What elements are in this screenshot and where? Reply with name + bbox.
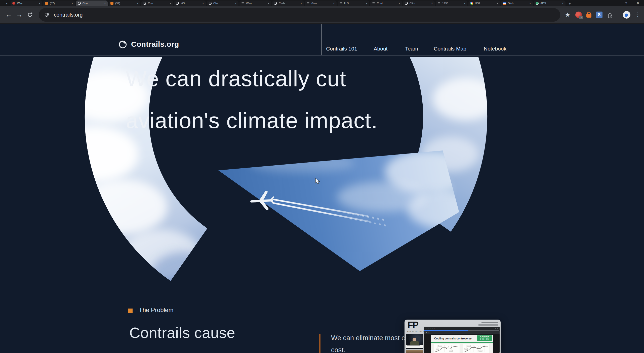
toolbar-separator: [618, 11, 618, 18]
speaker-caption-bar: [406, 345, 423, 348]
nav-about[interactable]: About: [374, 46, 388, 52]
slide-line-chart: [463, 344, 489, 353]
browser-tab[interactable]: ADS×: [534, 1, 566, 6]
window-controls: — □ ×: [608, 0, 644, 6]
browser-tab[interactable]: Con×: [141, 1, 173, 6]
s-extension-icon[interactable]: S: [596, 12, 602, 18]
tab-favicon-dark-circle-icon: [405, 2, 408, 5]
tab-favicon-dark-circle-icon: [274, 2, 277, 5]
site-logo[interactable]: Contrails.org: [118, 39, 179, 49]
close-tab-icon[interactable]: ×: [333, 2, 335, 5]
greener-logo-line2: DESIGN: [477, 338, 492, 340]
browser-tab[interactable]: (37)×: [109, 1, 140, 6]
browser-menu-icon[interactable]: ⋮: [635, 12, 640, 18]
toolbar-dot: [430, 328, 430, 329]
profile-avatar[interactable]: [623, 11, 630, 19]
toolbar-dot: [428, 328, 428, 329]
browser-tab[interactable]: #Cir×: [174, 1, 206, 6]
contrails-webpage: Contrails.org Contrails 101 About Team C…: [0, 24, 644, 353]
body-accent-bar: [319, 334, 320, 353]
site-info-icon[interactable]: [45, 12, 50, 17]
reload-button[interactable]: [25, 10, 35, 20]
tab-title: #Cir: [181, 2, 186, 5]
browser-window: ▾ Winc× (37)× Cont× (37)× Con× #Cir× Che…: [0, 0, 644, 353]
tab-favicon-dash-icon: [372, 2, 375, 5]
browser-tab[interactable]: (37)×: [43, 1, 75, 6]
pip-attribution-text: [481, 322, 498, 323]
close-tab-icon[interactable]: ×: [169, 2, 171, 5]
tab-title: Cont: [377, 2, 383, 5]
close-tab-icon[interactable]: ×: [71, 2, 73, 5]
tab-title: Cont: [83, 2, 88, 5]
new-tab-button[interactable]: +: [567, 1, 573, 6]
close-tab-icon[interactable]: ×: [529, 2, 531, 5]
extensions-puzzle-icon[interactable]: [607, 12, 614, 18]
close-tab-icon[interactable]: ×: [104, 2, 106, 5]
browser-tab[interactable]: Carb×: [272, 1, 304, 6]
close-tab-icon[interactable]: ×: [38, 2, 41, 5]
address-bar[interactable]: contrails.org: [39, 8, 560, 22]
tab-favicon-green-circle-icon: [536, 2, 539, 5]
tab-search-chevron-icon[interactable]: ▾: [3, 1, 11, 6]
nav-contrails-map[interactable]: Contrails Map: [434, 46, 466, 52]
password-lock-icon[interactable]: [586, 14, 591, 18]
close-tab-icon[interactable]: ×: [137, 2, 139, 5]
section-label: The Problem: [139, 307, 173, 314]
section-bullet-square: [128, 309, 133, 313]
site-logo-text: Contrails.org: [131, 40, 179, 48]
toolbar-dot: [426, 328, 426, 329]
close-tab-icon[interactable]: ×: [496, 2, 498, 5]
tab-title: (37): [115, 2, 120, 5]
forward-button[interactable]: →: [14, 10, 25, 20]
tab-favicon-dash-icon: [339, 2, 342, 5]
close-tab-icon[interactable]: ×: [267, 2, 269, 5]
browser-tab[interactable]: U.S.×: [338, 1, 369, 6]
tab-favicon-orange-badge-icon: [45, 2, 48, 5]
browser-tab[interactable]: 1955×: [436, 1, 467, 6]
close-tab-icon[interactable]: ×: [300, 2, 302, 5]
close-tab-icon[interactable]: ×: [431, 2, 433, 5]
nav-notebook[interactable]: Notebook: [484, 46, 506, 52]
toolbar-dot: [432, 328, 432, 329]
nav-contrails-101[interactable]: Contrails 101: [326, 46, 357, 52]
browser-toolbar: ← → contrails.org ★ 1 S: [0, 6, 644, 24]
nav-team[interactable]: Team: [405, 46, 418, 52]
browser-tab[interactable]: Winc×: [11, 1, 42, 6]
maximize-button[interactable]: □: [620, 0, 632, 6]
pip-video-overlay[interactable]: FP FOCAL POINTS: [405, 320, 501, 353]
close-tab-icon[interactable]: ×: [464, 2, 466, 5]
browser-tab[interactable]: US2×: [468, 1, 500, 6]
browser-tab-active[interactable]: Cont×: [76, 1, 108, 6]
browser-tab[interactable]: Geo×: [305, 1, 337, 6]
header-divider: [321, 24, 322, 55]
tab-favicon-dark-circle-icon: [209, 2, 212, 5]
tab-title: U.S.: [344, 2, 349, 5]
bookmark-star-icon[interactable]: ★: [565, 11, 570, 18]
close-tab-icon[interactable]: ×: [235, 2, 237, 5]
close-tab-icon[interactable]: ×: [202, 2, 204, 5]
close-window-button[interactable]: ×: [632, 0, 644, 6]
slide-line-chart: [434, 344, 460, 353]
tab-favicon-dash-icon: [437, 2, 440, 5]
close-tab-icon[interactable]: ×: [366, 2, 368, 5]
greener-design-logo: Greener DESIGN: [477, 335, 492, 341]
slide-green-rule: [431, 342, 493, 343]
close-tab-icon[interactable]: ×: [398, 2, 400, 5]
browser-tab[interactable]: Che×: [207, 1, 238, 6]
url-text[interactable]: contrails.org: [54, 12, 83, 18]
toolbar-dot: [426, 332, 427, 333]
tab-title: 1955: [442, 2, 448, 5]
site-header: Contrails.org Contrails 101 About Team C…: [0, 24, 644, 56]
browser-tab[interactable]: Wea×: [239, 1, 271, 6]
back-button[interactable]: ←: [4, 10, 14, 20]
close-tab-icon[interactable]: ×: [562, 2, 564, 5]
browser-tab[interactable]: Cont×: [370, 1, 402, 6]
minimize-button[interactable]: —: [608, 0, 620, 6]
tab-title: Winc: [17, 2, 23, 5]
browser-tab[interactable]: Glob×: [501, 1, 533, 6]
caption-text-line: [407, 347, 417, 347]
toolbar-dot: [497, 328, 498, 329]
toolbar-dot: [434, 328, 434, 329]
extension-red-icon[interactable]: 1: [575, 12, 582, 18]
browser-tab[interactable]: Clim×: [403, 1, 435, 6]
